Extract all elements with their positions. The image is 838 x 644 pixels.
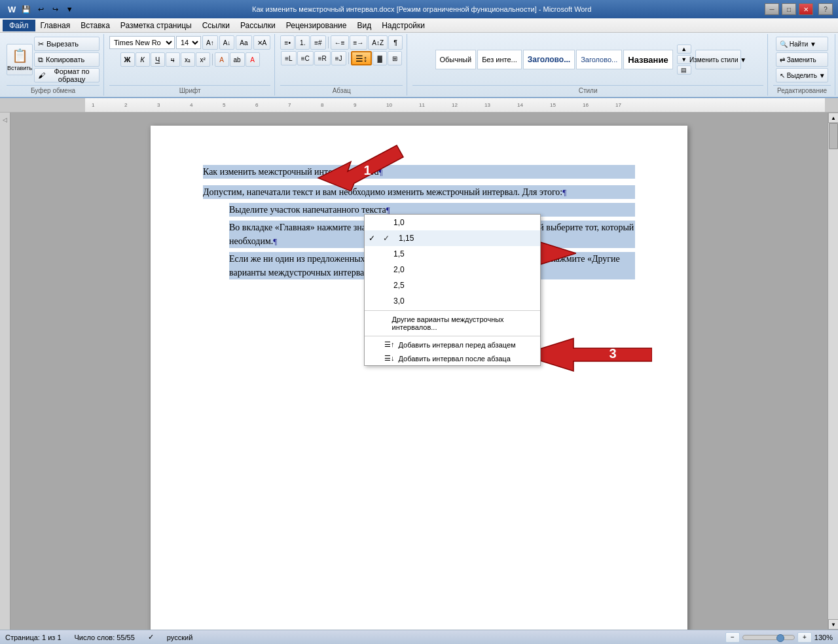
cut-button[interactable]: ✂Вырезать — [34, 37, 100, 51]
para-top-row: ≡• 1. ≡# ←≡ ≡→ A↕Z ¶ — [280, 35, 403, 50]
borders-button[interactable]: ⊞ — [388, 51, 402, 65]
italic-button[interactable]: К — [136, 52, 150, 67]
document-area[interactable]: Как изменить межстрочный интервал в Word… — [10, 113, 828, 630]
zoom-thumb[interactable] — [776, 634, 784, 642]
other-spacings-label: Другие варианты междустрочных интервалов… — [392, 315, 527, 331]
subscript-button[interactable]: х₂ — [181, 52, 195, 67]
text-highlight-button[interactable]: ab — [230, 52, 245, 67]
help-button[interactable]: ? — [818, 3, 833, 15]
bold-button[interactable]: Ж — [120, 52, 135, 67]
ruler-mark-14: 14 — [517, 102, 523, 108]
justify-button[interactable]: ≡J — [331, 51, 346, 65]
increase-indent-button[interactable]: ≡→ — [350, 35, 368, 50]
menu-home[interactable]: Главная — [35, 20, 76, 31]
menu-file[interactable]: Файл — [3, 20, 35, 31]
zoom-in-button[interactable]: + — [797, 632, 812, 643]
add-before-icon: ☰↑ — [384, 340, 395, 349]
text-effects-button[interactable]: A — [215, 52, 229, 67]
spacing-3-0[interactable]: 3,0 — [365, 293, 540, 309]
strikethrough-button[interactable]: ч — [166, 52, 180, 67]
style-no-spacing[interactable]: Без инте... — [477, 50, 522, 69]
show-marks-button[interactable]: ¶ — [388, 35, 403, 50]
spacing-1-5[interactable]: 1,5 — [365, 246, 540, 262]
superscript-button[interactable]: х² — [196, 52, 210, 67]
vertical-scrollbar[interactable]: ▲ ▼ — [828, 113, 838, 630]
replace-button[interactable]: ⇄ Заменить — [776, 52, 828, 67]
decrease-indent-button[interactable]: ←≡ — [331, 35, 349, 50]
font-name-row: Times New Ro 14 A↑ A↓ Aa ✕A — [109, 35, 270, 50]
bullets-button[interactable]: ≡• — [280, 35, 295, 50]
spacing-1-0[interactable]: 1,0 — [365, 215, 540, 230]
other-spacings[interactable]: Другие варианты междустрочных интервалов… — [365, 312, 540, 334]
ruler-mark-6: 6 — [255, 102, 258, 108]
scroll-up-button[interactable]: ▲ — [828, 113, 838, 123]
numbering-button[interactable]: 1. — [295, 35, 310, 50]
clear-format-button[interactable]: ✕A — [253, 35, 271, 50]
zoom-out-button[interactable]: − — [725, 632, 740, 643]
menu-view[interactable]: Вид — [352, 20, 376, 31]
format-painter-button[interactable]: 🖌Формат по образцу — [34, 68, 100, 82]
scroll-down-button[interactable]: ▼ — [828, 619, 838, 630]
shading-button[interactable]: ▓ — [373, 51, 387, 65]
style-heading2[interactable]: Заголово... — [576, 50, 622, 69]
change-styles-button[interactable]: Изменить стили ▼ — [695, 50, 741, 69]
menu-mailings[interactable]: Рассылки — [235, 20, 281, 31]
style-normal[interactable]: Обычный — [435, 50, 477, 69]
align-center-button[interactable]: ≡C — [297, 51, 314, 65]
font-color-button[interactable]: A — [246, 52, 260, 67]
menu-review[interactable]: Рецензирование — [281, 20, 352, 31]
line-spacing-button[interactable]: ☰↕ — [351, 51, 373, 65]
document-page: Как изменить межстрочный интервал в Word… — [151, 126, 687, 630]
ruler-mark-10: 10 — [386, 102, 392, 108]
spacing-1-15[interactable]: ✓ 1,15 — [365, 230, 540, 246]
zoom-slider[interactable] — [742, 635, 795, 640]
menu-page-layout[interactable]: Разметка страницы — [115, 20, 197, 31]
copy-icon: ⧉ — [38, 56, 43, 64]
doc-title-paragraph: Как изменить межстрочный интервал в Word… — [203, 165, 635, 179]
select-button[interactable]: ↖ Выделить ▼ — [776, 68, 828, 82]
close-button[interactable]: ✕ — [799, 3, 813, 15]
ruler-mark-8: 8 — [321, 102, 323, 108]
styles-scroll-up[interactable]: ▲ — [677, 45, 691, 54]
spacing-2-0[interactable]: 2,0 — [365, 262, 540, 277]
scroll-thumb[interactable] — [829, 123, 838, 149]
style-title[interactable]: Название — [623, 50, 672, 69]
customize-qat-button[interactable]: ▼ — [63, 3, 76, 16]
add-space-before[interactable]: ☰↑ Добавить интервал перед абзацем — [365, 338, 540, 351]
dropdown-divider-2 — [365, 336, 540, 336]
status-bar: Страница: 1 из 1 Число слов: 55/55 ✓ рус… — [0, 630, 838, 644]
menu-bar: Файл Главная Вставка Разметка страницы С… — [0, 18, 838, 33]
align-right-button[interactable]: ≡R — [314, 51, 331, 65]
redo-button[interactable]: ↪ — [48, 3, 62, 16]
scroll-track[interactable] — [828, 123, 838, 619]
language-indicator[interactable]: русский — [167, 634, 192, 641]
window-title: Как изменить межстрочный интервал.docx [… — [79, 5, 765, 13]
minimize-button[interactable]: ─ — [765, 3, 779, 15]
save-button[interactable]: 💾 — [20, 3, 33, 16]
font-case-button[interactable]: Aa — [236, 35, 251, 50]
style-heading1[interactable]: Заголово... — [523, 50, 575, 69]
multilevel-list-button[interactable]: ≡# — [310, 35, 325, 50]
add-after-icon: ☰↓ — [384, 354, 395, 363]
font-name-select[interactable]: Times New Ro — [109, 36, 175, 49]
find-button[interactable]: 🔍 Найти ▼ — [776, 37, 828, 51]
increase-font-button[interactable]: A↑ — [202, 35, 218, 50]
ruler-mark-13: 13 — [484, 102, 490, 108]
quick-access-toolbar: W 💾 ↩ ↪ ▼ — [5, 3, 79, 16]
zoom-controls: − + 130% — [725, 632, 833, 643]
menu-insert[interactable]: Вставка — [75, 20, 115, 31]
menu-references[interactable]: Ссылки — [197, 20, 235, 31]
align-left-button[interactable]: ≡L — [281, 51, 296, 65]
spacing-2-5[interactable]: 2,5 — [365, 277, 540, 293]
styles-expand[interactable]: ▤ — [677, 65, 691, 75]
copy-button[interactable]: ⧉Копировать — [34, 52, 100, 67]
font-size-select[interactable]: 14 — [176, 36, 201, 49]
add-space-after[interactable]: ☰↓ Добавить интервал после абзаца — [365, 351, 540, 365]
menu-addins[interactable]: Надстройки — [376, 20, 430, 31]
sort-button[interactable]: A↕Z — [368, 35, 388, 50]
restore-button[interactable]: □ — [782, 3, 796, 15]
undo-button[interactable]: ↩ — [34, 3, 47, 16]
decrease-font-button[interactable]: A↓ — [219, 35, 235, 50]
underline-button[interactable]: Ч — [151, 52, 165, 67]
paste-button[interactable]: 📋Вставить — [7, 44, 33, 75]
